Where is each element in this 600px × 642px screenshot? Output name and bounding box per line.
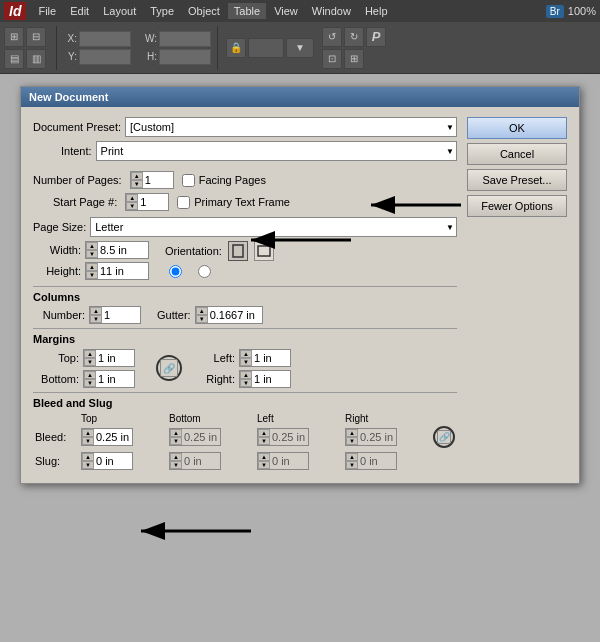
sleft-down[interactable]: ▼ xyxy=(258,461,270,469)
height-up-arrow[interactable]: ▲ xyxy=(86,263,98,271)
mtop-up[interactable]: ▲ xyxy=(84,350,96,358)
margin-lock-icon[interactable]: 🔗 xyxy=(160,359,178,377)
menu-edit[interactable]: Edit xyxy=(64,3,95,19)
btop-down[interactable]: ▼ xyxy=(82,437,94,445)
margin-top-label: Top: xyxy=(33,352,79,364)
mbot-down[interactable]: ▼ xyxy=(84,379,96,387)
intent-select[interactable]: Print ▼ xyxy=(96,141,457,161)
facing-pages-checkbox[interactable] xyxy=(182,174,195,187)
facing-pages-checkbox-label[interactable]: Facing Pages xyxy=(182,174,266,187)
mtop-down[interactable]: ▼ xyxy=(84,358,96,366)
gutter-down-arrow[interactable]: ▼ xyxy=(196,315,208,323)
startpage-primary-row: Start Page #: ▲ ▼ 1 Primary Text Frame xyxy=(33,193,457,211)
toolbar-more[interactable]: ▼ xyxy=(286,38,314,58)
divider-1 xyxy=(33,286,457,287)
sbot-up[interactable]: ▲ xyxy=(170,453,182,461)
toolbar-dropdown[interactable] xyxy=(248,38,284,58)
bridge-button[interactable]: Br xyxy=(546,5,564,18)
menu-layout[interactable]: Layout xyxy=(97,3,142,19)
mright-up[interactable]: ▲ xyxy=(240,371,252,379)
toolbar-icon-4[interactable]: ▥ xyxy=(26,49,46,69)
y-input[interactable] xyxy=(79,49,131,65)
sright-up[interactable]: ▲ xyxy=(346,453,358,461)
stop-up[interactable]: ▲ xyxy=(82,453,94,461)
dialog-titlebar: New Document xyxy=(21,87,579,107)
pages-down-arrow[interactable]: ▼ xyxy=(131,180,143,188)
sright-down[interactable]: ▼ xyxy=(346,461,358,469)
toolbar-right-icons: ↺ ↻ P ⊡ ⊞ xyxy=(322,27,386,69)
portrait-button[interactable] xyxy=(228,241,248,261)
width-up-arrow[interactable]: ▲ xyxy=(86,242,98,250)
start-up-arrow[interactable]: ▲ xyxy=(126,194,138,202)
toolbar-lock-icon[interactable]: 🔒 xyxy=(226,38,246,58)
margin-left-label: Left: xyxy=(203,352,235,364)
slug-top-spinner: ▲ ▼ 0 in xyxy=(81,452,165,470)
landscape-radio[interactable] xyxy=(198,265,211,278)
orientation-label: Orientation: xyxy=(165,245,222,257)
gutter-spinner: ▲ ▼ 0.1667 in xyxy=(195,306,263,324)
col-down-arrow[interactable]: ▼ xyxy=(90,315,102,323)
xy-section: X: Y: xyxy=(63,31,131,65)
fewer-options-button[interactable]: Fewer Options xyxy=(467,195,567,217)
mleft-down[interactable]: ▼ xyxy=(240,358,252,366)
mleft-up[interactable]: ▲ xyxy=(240,350,252,358)
portrait-radio-label[interactable] xyxy=(169,265,182,278)
portrait-radio[interactable] xyxy=(169,265,182,278)
width-down-arrow[interactable]: ▼ xyxy=(86,250,98,258)
margins-right-col: Left: ▲ ▼ 1 in Right: xyxy=(203,349,291,388)
columns-row: Number: ▲ ▼ 1 Gutter: xyxy=(33,306,457,324)
start-page-label: Start Page #: xyxy=(53,196,117,208)
ok-button[interactable]: OK xyxy=(467,117,567,139)
toolbar-icon-1[interactable]: ⊞ xyxy=(4,27,24,47)
toolbar-icon-2[interactable]: ⊟ xyxy=(26,27,46,47)
bleft-down[interactable]: ▼ xyxy=(258,437,270,445)
mbot-up[interactable]: ▲ xyxy=(84,371,96,379)
primary-text-checkbox-label[interactable]: Primary Text Frame xyxy=(177,196,290,209)
bleed-lock-icon[interactable]: 🔗 xyxy=(437,430,451,444)
bbot-down[interactable]: ▼ xyxy=(170,437,182,445)
toolbar-p-icon[interactable]: P xyxy=(366,27,386,47)
bright-down[interactable]: ▼ xyxy=(346,437,358,445)
columns-header: Columns xyxy=(33,291,457,303)
mright-down[interactable]: ▼ xyxy=(240,379,252,387)
margin-right-spinner: ▲ ▼ 1 in xyxy=(239,370,291,388)
gutter-up-arrow[interactable]: ▲ xyxy=(196,307,208,315)
menu-help[interactable]: Help xyxy=(359,3,394,19)
menu-table[interactable]: Table xyxy=(228,3,266,19)
bleft-up[interactable]: ▲ xyxy=(258,429,270,437)
toolbar: ⊞ ⊟ ▤ ▥ X: Y: W: H: 🔒 ▼ xyxy=(0,22,600,74)
menu-file[interactable]: File xyxy=(32,3,62,19)
pages-up-arrow[interactable]: ▲ xyxy=(131,172,143,180)
save-preset-button[interactable]: Save Preset... xyxy=(467,169,567,191)
bright-up[interactable]: ▲ xyxy=(346,429,358,437)
primary-text-checkbox[interactable] xyxy=(177,196,190,209)
margin-right-label: Right: xyxy=(203,373,235,385)
bbot-up[interactable]: ▲ xyxy=(170,429,182,437)
sbot-down[interactable]: ▼ xyxy=(170,461,182,469)
start-down-arrow[interactable]: ▼ xyxy=(126,202,138,210)
menu-object[interactable]: Object xyxy=(182,3,226,19)
toolbar-rotate-icon[interactable]: ↺ xyxy=(322,27,342,47)
btop-up[interactable]: ▲ xyxy=(82,429,94,437)
sleft-up[interactable]: ▲ xyxy=(258,453,270,461)
page-size-select[interactable]: Letter ▼ xyxy=(90,217,457,237)
menu-type[interactable]: Type xyxy=(144,3,180,19)
x-input[interactable] xyxy=(79,31,131,47)
landscape-radio-label[interactable] xyxy=(198,265,211,278)
h-input[interactable] xyxy=(159,49,211,65)
menu-view[interactable]: View xyxy=(268,3,304,19)
stop-down[interactable]: ▼ xyxy=(82,461,94,469)
menu-window[interactable]: Window xyxy=(306,3,357,19)
toolbar-align-icon[interactable]: ⊡ xyxy=(322,49,342,69)
intent-arrow-icon: ▼ xyxy=(446,147,454,156)
preset-select[interactable]: [Custom] ▼ xyxy=(125,117,457,137)
height-down-arrow[interactable]: ▼ xyxy=(86,271,98,279)
toolbar-icon-3[interactable]: ▤ xyxy=(4,49,24,69)
landscape-button[interactable] xyxy=(254,241,274,261)
toolbar-dist-icon[interactable]: ⊞ xyxy=(344,49,364,69)
col-top-header: Top xyxy=(79,412,167,425)
cancel-button[interactable]: Cancel xyxy=(467,143,567,165)
toolbar-flip-icon[interactable]: ↻ xyxy=(344,27,364,47)
col-up-arrow[interactable]: ▲ xyxy=(90,307,102,315)
w-input[interactable] xyxy=(159,31,211,47)
